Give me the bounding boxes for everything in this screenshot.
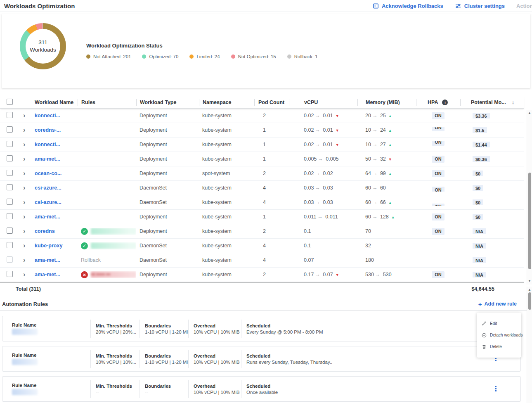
- cluster-settings-button[interactable]: Cluster settings: [455, 3, 505, 9]
- workload-name-link[interactable]: ama-met...: [35, 257, 60, 263]
- chevron-right-icon[interactable]: ›: [23, 271, 25, 278]
- memory-cell: 530530: [357, 272, 416, 277]
- table-scrollbar-thumb[interactable]: [528, 173, 531, 269]
- rule-card: Rule Name Min. Thresholds -- Boundaries …: [2, 376, 521, 402]
- vcpu-trend-icon: [336, 273, 339, 277]
- hpa-info-icon[interactable]: [442, 100, 448, 105]
- row-checkbox[interactable]: [7, 228, 13, 234]
- workload-name-link[interactable]: konnecti...: [35, 142, 60, 147]
- legend-item[interactable]: Not Attached: 201: [86, 54, 131, 59]
- workload-name-link[interactable]: kube-proxy: [35, 243, 62, 249]
- col-memory[interactable]: Memory (MiB): [357, 99, 416, 106]
- potential-badge: N/A: [473, 243, 486, 249]
- acknowledge-rollbacks-button[interactable]: Acknowledge Rollbacks: [373, 3, 443, 9]
- row-checkbox[interactable]: [7, 184, 13, 190]
- menu-item-detach-workloads[interactable]: Detach workloads: [477, 333, 521, 338]
- boundaries-value: --: [145, 390, 188, 395]
- table-scrollbar[interactable]: [527, 110, 532, 284]
- row-checkbox[interactable]: [7, 112, 13, 118]
- rule-name-redacted: [12, 329, 38, 335]
- memory-cell: 1024: [357, 127, 416, 133]
- legend-item[interactable]: Limited: 24: [189, 54, 220, 59]
- chevron-right-icon[interactable]: ›: [23, 141, 25, 148]
- scroll-up-icon[interactable]: [527, 288, 532, 292]
- row-checkbox[interactable]: [7, 256, 13, 263]
- pod-count-cell: 4: [254, 243, 289, 249]
- workload-name-link[interactable]: ocean-co...: [35, 171, 61, 176]
- table-row: › ama-met... Rollback DaemonSet kube-sys…: [0, 253, 524, 268]
- col-rules[interactable]: Rules: [78, 99, 136, 106]
- col-potential[interactable]: Potential Mo...: [460, 99, 524, 106]
- col-workload-type[interactable]: Workload Type: [136, 99, 199, 106]
- legend-dot-icon: [287, 55, 291, 59]
- row-checkbox[interactable]: [7, 271, 13, 277]
- hpa-badge: ON: [432, 141, 445, 146]
- menu-item-edit[interactable]: Edit: [477, 321, 521, 326]
- potential-badge: $1.44: [473, 142, 490, 147]
- scroll-down-icon[interactable]: [527, 279, 532, 283]
- col-workload-name[interactable]: Workload Name: [31, 100, 78, 105]
- workload-name-link[interactable]: csi-azure...: [35, 185, 61, 191]
- rules-scrollbar-thumb[interactable]: [528, 292, 531, 310]
- kebab-icon[interactable]: [493, 386, 499, 392]
- memory-cell: 60128: [357, 214, 416, 220]
- workload-name-link[interactable]: coredns: [35, 228, 55, 234]
- boundaries-value: 1-10 vCPU | 1-20 MiB: [145, 360, 188, 365]
- row-checkbox[interactable]: [7, 242, 13, 248]
- table-row: › ama-met... Deployment kube-system 1 0.…: [0, 210, 524, 224]
- row-checkbox[interactable]: [7, 141, 13, 147]
- chevron-right-icon[interactable]: ›: [23, 112, 25, 119]
- vcpu-cell: 0.020.02: [289, 171, 357, 176]
- chevron-right-icon[interactable]: ›: [23, 242, 25, 249]
- rule-name-label: Rule Name: [12, 383, 90, 388]
- workload-name-link[interactable]: ama-met...: [35, 156, 60, 162]
- table-header: Workload Name Rules Workload Type Namesp…: [0, 96, 524, 109]
- automation-rules-section: Automation Rules Add new rule Rule Name …: [0, 299, 532, 402]
- workload-status-card: 311 Workloads Workload Optimization Stat…: [2, 14, 530, 88]
- pod-count-cell: 1: [254, 142, 289, 147]
- add-new-rule-button[interactable]: Add new rule: [478, 301, 517, 308]
- workload-name-link[interactable]: ama-met...: [35, 214, 60, 220]
- row-checkbox[interactable]: [7, 126, 13, 133]
- potential-badge: $0: [473, 214, 483, 220]
- legend-dot-icon: [231, 55, 235, 59]
- scheduled-value: Runs every Sunday, Tuesday, Thursday..: [246, 360, 520, 365]
- chevron-right-icon[interactable]: ›: [23, 185, 25, 191]
- namespace-cell: kube-system: [199, 243, 254, 249]
- chevron-right-icon[interactable]: ›: [23, 228, 25, 235]
- row-checkbox[interactable]: [7, 199, 13, 205]
- chevron-right-icon[interactable]: ›: [23, 127, 25, 133]
- legend-item[interactable]: Not Optimized: 15: [231, 54, 276, 59]
- legend-item[interactable]: Rollback: 1: [287, 54, 318, 59]
- hpa-badge: ON: [432, 187, 445, 192]
- workload-name-link[interactable]: csi-azure...: [35, 199, 61, 205]
- scroll-up-icon[interactable]: [527, 111, 532, 115]
- col-pod-count[interactable]: Pod Count: [254, 99, 289, 106]
- pod-count-cell: 2: [254, 171, 289, 176]
- chevron-right-icon[interactable]: ›: [23, 156, 25, 162]
- vcpu-cell: 0.030.03: [289, 185, 357, 191]
- col-hpa[interactable]: HPA: [416, 99, 460, 106]
- legend-item[interactable]: Optimized: 70: [142, 54, 178, 59]
- chevron-right-icon[interactable]: ›: [23, 170, 25, 177]
- workload-name-link[interactable]: konnecti...: [35, 113, 60, 119]
- trash-icon: [482, 344, 487, 349]
- chevron-right-icon[interactable]: ›: [23, 213, 25, 220]
- row-checkbox[interactable]: [7, 170, 13, 176]
- rules-scrollbar[interactable]: [527, 287, 532, 403]
- workload-name-link[interactable]: ama-met...: [35, 272, 60, 277]
- sort-desc-icon[interactable]: [512, 99, 515, 105]
- overhead-value: 10% vCPU | 10% MiB: [194, 390, 241, 395]
- potential-badge: $0: [473, 185, 483, 191]
- col-vcpu[interactable]: vCPU: [289, 99, 357, 106]
- memory-cell: 6066: [357, 199, 416, 205]
- select-all-checkbox[interactable]: [7, 99, 13, 105]
- row-checkbox[interactable]: [7, 213, 13, 219]
- chevron-right-icon[interactable]: ›: [23, 199, 25, 206]
- row-checkbox[interactable]: [7, 155, 13, 161]
- workload-name-link[interactable]: coredns-...: [35, 127, 61, 133]
- chevron-right-icon[interactable]: ›: [23, 257, 25, 263]
- col-namespace[interactable]: Namespace: [199, 99, 254, 106]
- table-body: › konnecti... Deployment kube-system 2 0…: [0, 109, 524, 282]
- menu-item-delete[interactable]: Delete: [477, 344, 521, 349]
